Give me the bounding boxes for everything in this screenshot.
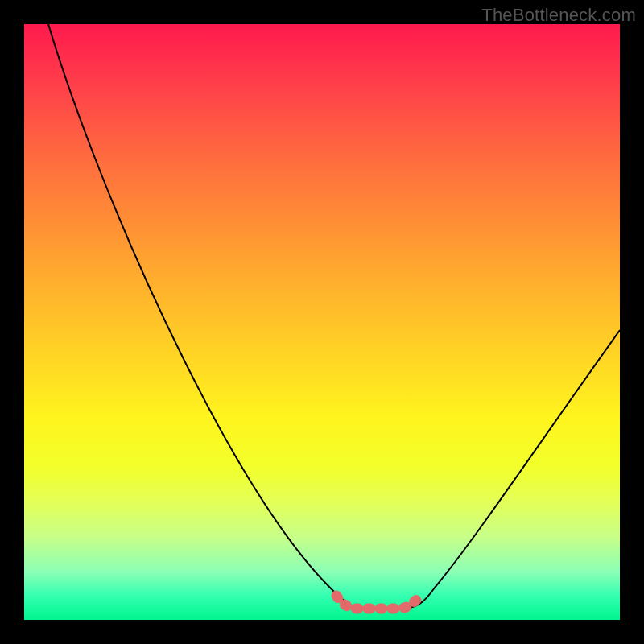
- plot-area: [24, 24, 620, 620]
- chart-frame: TheBottleneck.com: [0, 0, 644, 644]
- watermark-text: TheBottleneck.com: [481, 5, 636, 26]
- bottleneck-curve-svg: [24, 24, 620, 620]
- bottleneck-curve-path: [48, 24, 620, 609]
- optimal-range-marker: [336, 596, 420, 609]
